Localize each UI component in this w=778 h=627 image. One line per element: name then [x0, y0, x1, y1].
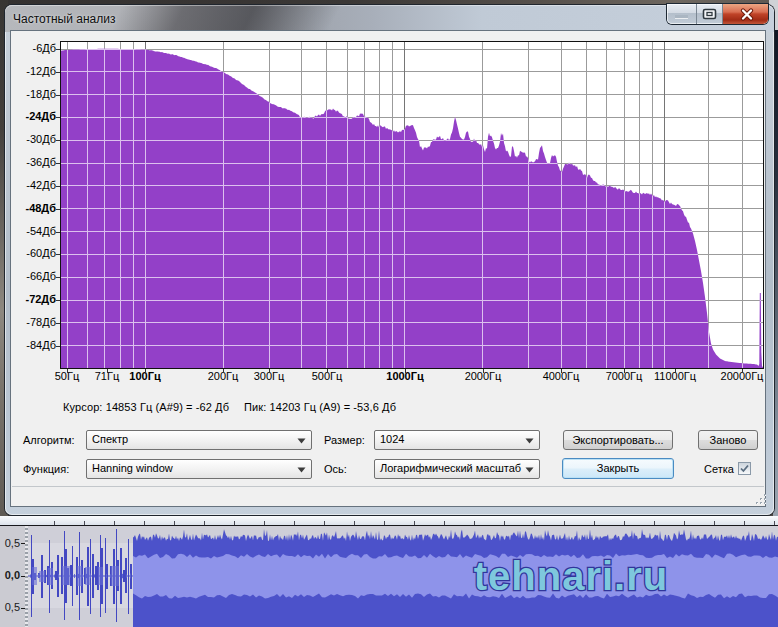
svg-text:tehnari.ru: tehnari.ru: [474, 554, 668, 598]
